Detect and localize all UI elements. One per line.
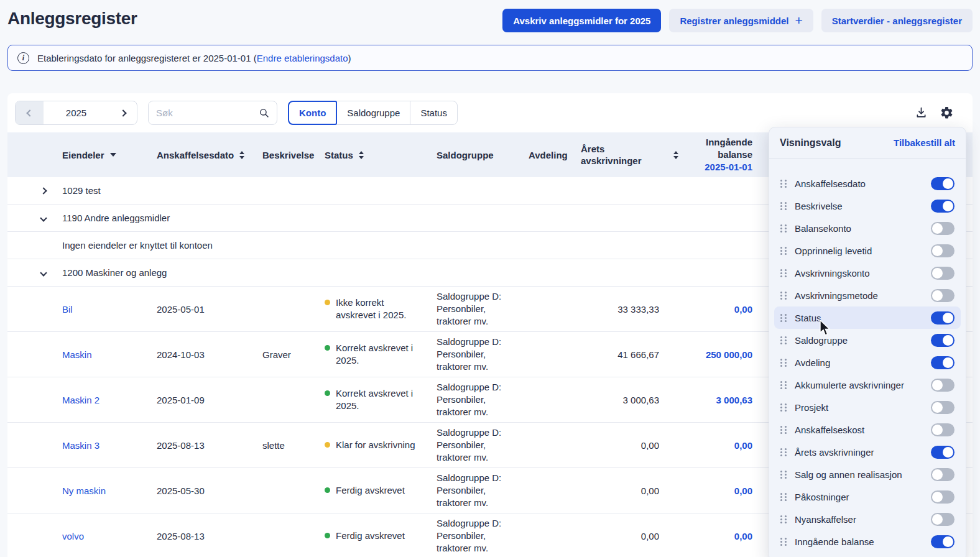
display-option-row[interactable]: Akkumulerte avskrivninger <box>774 374 961 396</box>
drag-handle-icon[interactable] <box>780 426 787 434</box>
toggle-switch[interactable] <box>931 535 955 548</box>
display-option-row[interactable]: Påkostninger <box>774 486 961 508</box>
status-dot-icon <box>325 487 330 493</box>
drag-handle-icon[interactable] <box>780 381 787 389</box>
display-option-row[interactable]: Nyanskaffelser <box>774 508 961 530</box>
toggle-switch[interactable] <box>931 401 955 414</box>
drag-handle-icon[interactable] <box>780 403 787 412</box>
display-option-row[interactable]: Inngående balanse <box>774 530 961 553</box>
toggle-switch[interactable] <box>931 244 955 257</box>
column-header-assets-label: Eiendeler <box>62 150 104 160</box>
toggle-switch[interactable] <box>931 379 955 392</box>
reset-all-link[interactable]: Tilbakestill alt <box>894 137 955 148</box>
display-option-row[interactable]: Beskrivelse <box>774 195 961 217</box>
toggle-switch[interactable] <box>931 334 955 347</box>
drag-handle-icon[interactable] <box>780 336 787 344</box>
sort-icon <box>239 151 244 159</box>
asset-opening-balance-link[interactable]: 0,00 <box>685 531 754 541</box>
chevron-down-icon[interactable] <box>40 214 47 221</box>
column-header-status[interactable]: Status <box>317 150 422 160</box>
toggle-switch[interactable] <box>931 356 955 369</box>
sort-descending-icon <box>110 153 116 157</box>
asset-opening-balance-link[interactable]: 250 000,00 <box>685 349 754 360</box>
drag-handle-icon[interactable] <box>780 538 787 546</box>
display-option-label: Prosjekt <box>795 402 828 413</box>
status-dot-icon <box>325 533 330 538</box>
depreciate-assets-button[interactable]: Avskriv anleggsmidler for 2025 <box>502 9 661 32</box>
status-dot-icon <box>325 345 330 351</box>
search-input[interactable] <box>156 108 254 118</box>
display-option-row[interactable]: Saldogruppe <box>774 329 961 351</box>
toggle-switch[interactable] <box>931 311 955 325</box>
drag-handle-icon[interactable] <box>780 359 787 367</box>
drag-handle-icon[interactable] <box>780 202 787 210</box>
drag-handle-icon[interactable] <box>780 493 787 501</box>
change-establishment-date-link[interactable]: Endre etableringsdato <box>257 53 348 63</box>
toggle-switch[interactable] <box>931 468 955 481</box>
drag-handle-icon[interactable] <box>780 515 787 523</box>
column-header-acquisition-date[interactable]: Anskaffelsesdato <box>149 150 255 160</box>
toggle-switch[interactable] <box>931 513 955 526</box>
expander-cell <box>7 216 55 221</box>
column-header-assets[interactable]: Eiendeler <box>55 150 149 160</box>
asset-name-link[interactable]: Maskin <box>55 349 149 360</box>
display-option-row[interactable]: Balansekonto <box>774 217 961 239</box>
toggle-switch[interactable] <box>931 177 955 190</box>
display-option-row[interactable]: Status <box>774 306 961 329</box>
toggle-switch[interactable] <box>931 446 955 459</box>
next-year-button[interactable] <box>109 101 137 124</box>
asset-opening-balance-link[interactable]: 0,00 <box>685 440 754 451</box>
status-text: Korrekt avskrevet i 2025. <box>336 387 417 412</box>
asset-name-link[interactable]: Maskin 2 <box>55 395 149 405</box>
display-option-row[interactable]: Avdeling <box>774 351 961 374</box>
drag-handle-icon[interactable] <box>780 292 787 300</box>
asset-opening-balance-link[interactable]: 0,00 <box>685 486 754 496</box>
asset-opening-balance-link[interactable]: 0,00 <box>685 304 754 315</box>
chevron-down-icon[interactable] <box>40 269 47 276</box>
group-by-tabs: KontoSaldogruppeStatus <box>288 101 458 125</box>
display-option-row[interactable]: Avskrivningsmetode <box>774 284 961 306</box>
toggle-switch[interactable] <box>931 423 955 436</box>
toggle-switch[interactable] <box>931 267 955 280</box>
sort-icon <box>673 151 678 159</box>
display-option-row[interactable]: Prosjekt <box>774 396 961 418</box>
asset-name-link[interactable]: Maskin 3 <box>55 440 149 451</box>
drag-handle-icon[interactable] <box>780 247 787 255</box>
tab-saldogruppe[interactable]: Saldogruppe <box>336 101 410 125</box>
display-option-row[interactable]: Årets avskrivninger <box>774 441 961 463</box>
column-header-opening-balance[interactable]: Inngående balanse 2025-01-01 <box>685 136 754 173</box>
asset-name-link[interactable]: Ny maskin <box>55 486 149 496</box>
drag-handle-icon[interactable] <box>780 224 787 232</box>
toggle-switch[interactable] <box>931 490 955 504</box>
chevron-right-icon[interactable] <box>40 187 47 194</box>
toggle-switch[interactable] <box>931 289 955 302</box>
display-option-label: Anskaffelsesdato <box>795 178 866 189</box>
tab-status[interactable]: Status <box>410 101 458 125</box>
asset-acquisition-date: 2025-05-01 <box>149 304 255 315</box>
display-option-row[interactable]: Salg og annen realisasjon <box>774 463 961 486</box>
display-option-row[interactable]: Anskaffelsesdato <box>774 172 961 195</box>
asset-name-link[interactable]: volvo <box>55 531 149 541</box>
asset-opening-balance-link[interactable]: 3 000,63 <box>685 395 754 405</box>
settings-button[interactable] <box>940 106 954 120</box>
display-option-row[interactable]: Anskaffelseskost <box>774 418 961 441</box>
toolbar-icons <box>915 106 965 120</box>
previous-year-button[interactable] <box>16 101 44 124</box>
toggle-switch[interactable] <box>931 222 955 235</box>
drag-handle-icon[interactable] <box>780 471 787 479</box>
display-option-row[interactable]: Avskrivningskonto <box>774 262 961 284</box>
tab-konto[interactable]: Konto <box>288 101 337 125</box>
download-button[interactable] <box>915 106 928 119</box>
drag-handle-icon[interactable] <box>780 448 787 456</box>
drag-handle-icon[interactable] <box>780 180 787 188</box>
drag-handle-icon[interactable] <box>780 269 787 277</box>
drag-handle-icon[interactable] <box>780 314 787 322</box>
register-asset-button[interactable]: Registrer anleggsmiddel + <box>669 9 813 32</box>
asset-name-link[interactable]: Bil <box>55 304 149 315</box>
asset-description: Graver <box>255 349 317 360</box>
sort-year-depreciation-button[interactable] <box>660 151 685 159</box>
display-option-row[interactable]: Opprinnelig levetid <box>774 239 961 262</box>
status-dot-icon <box>325 300 330 305</box>
start-values-button[interactable]: Startverdier - anleggsregister <box>821 9 973 32</box>
toggle-switch[interactable] <box>931 200 955 213</box>
